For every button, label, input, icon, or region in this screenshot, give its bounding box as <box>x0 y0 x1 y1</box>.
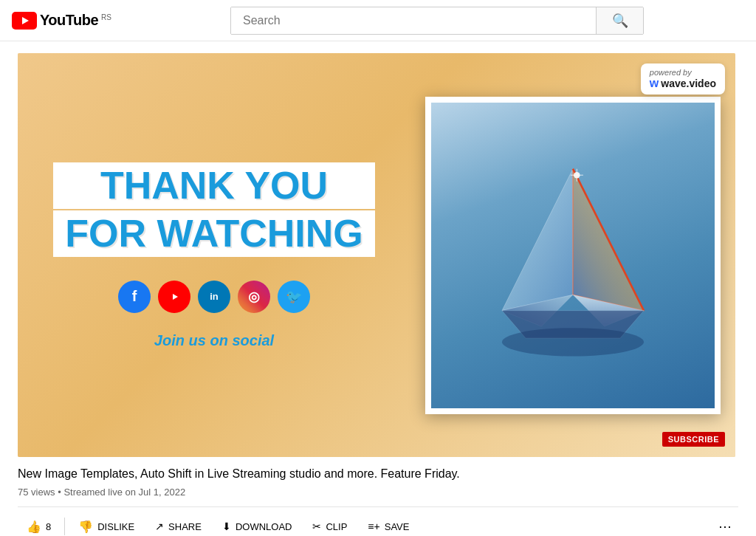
wave-logo: w wave.video <box>650 77 716 90</box>
view-count: 75 views <box>18 487 55 498</box>
download-icon: ⬇ <box>222 520 231 532</box>
video-player[interactable]: THANK YOU FOR WATCHING f in <box>18 53 735 457</box>
video-title: New Image Templates, Auto Shift in Live … <box>18 466 738 482</box>
logo-area: YouTube RS <box>12 12 130 30</box>
svg-marker-4 <box>502 168 573 310</box>
separator: • <box>58 487 61 498</box>
clip-icon: ✂ <box>312 520 321 532</box>
subscribe-badge: SUBSCRIBE <box>662 432 725 447</box>
download-label: DOWNLOAD <box>236 521 292 532</box>
save-label: SAVE <box>385 521 410 532</box>
dislike-label: DISLIKE <box>97 521 134 532</box>
video-thumbnail: THANK YOU FOR WATCHING f in <box>18 53 735 457</box>
thank-you-text: THANK YOU FOR WATCHING <box>53 161 374 258</box>
main-content: THANK YOU FOR WATCHING f in <box>0 41 756 536</box>
dislike-icon: 👎 <box>78 520 93 534</box>
youtube-text: YouTube <box>40 12 98 29</box>
more-icon: ⋯ <box>718 518 732 535</box>
pyramid-svg <box>455 137 691 374</box>
instagram-icon: ◎ <box>238 281 270 313</box>
wave-brand: wave.video <box>661 78 716 89</box>
video-info: New Image Templates, Auto Shift in Live … <box>18 457 738 506</box>
dislike-button[interactable]: 👎 DISLIKE <box>69 515 143 536</box>
action-bar: 👍 8 👎 DISLIKE ↗ SHARE ⬇ DOWNLOAD ✂ CLIP … <box>18 506 738 536</box>
thank-you-line1: THANK YOU <box>53 162 374 209</box>
like-count: 8 <box>46 521 51 532</box>
video-meta: 75 views • Streamed live on Jul 1, 2022 <box>18 487 738 498</box>
powered-by-badge: powered by w wave.video <box>641 63 725 95</box>
share-button[interactable]: ↗ SHARE <box>146 516 210 536</box>
clip-button[interactable]: ✂ CLIP <box>303 516 356 536</box>
stream-date: Streamed live on Jul 1, 2022 <box>63 487 185 498</box>
like-icon: 👍 <box>27 520 41 534</box>
download-button[interactable]: ⬇ DOWNLOAD <box>213 516 301 536</box>
powered-text: powered by <box>650 68 716 77</box>
like-dislike-divider <box>64 518 65 535</box>
facebook-icon: f <box>118 281 151 313</box>
crystal-image <box>425 97 721 414</box>
thank-you-line2: FOR WATCHING <box>53 210 374 257</box>
more-button[interactable]: ⋯ <box>712 513 738 536</box>
linkedin-icon: in <box>198 281 230 313</box>
like-button[interactable]: 👍 8 <box>18 515 60 536</box>
save-button[interactable]: ≡+ SAVE <box>359 516 418 536</box>
share-icon: ↗ <box>155 520 164 532</box>
rs-badge: RS <box>101 13 111 21</box>
video-left-panel: THANK YOU FOR WATCHING f in <box>18 146 410 363</box>
youtube-social-icon <box>158 281 190 313</box>
join-text: Join us on social <box>154 332 274 349</box>
youtube-logo[interactable]: YouTube <box>12 12 98 30</box>
youtube-icon <box>12 12 37 30</box>
search-button[interactable]: 🔍 <box>596 7 643 35</box>
search-bar: 🔍 <box>230 7 644 35</box>
social-icons: f in ◎ 🐦 <box>118 281 310 313</box>
video-right-panel <box>410 53 735 457</box>
svg-point-10 <box>502 328 644 356</box>
clip-label: CLIP <box>326 521 347 532</box>
search-input[interactable] <box>231 7 596 34</box>
search-area: 🔍 <box>130 7 744 35</box>
search-icon: 🔍 <box>612 13 628 29</box>
twitter-icon: 🐦 <box>278 281 310 313</box>
share-label: SHARE <box>168 521 202 532</box>
save-icon: ≡+ <box>368 520 379 532</box>
wave-icon: w <box>650 77 659 90</box>
header: YouTube RS 🔍 <box>0 0 756 41</box>
